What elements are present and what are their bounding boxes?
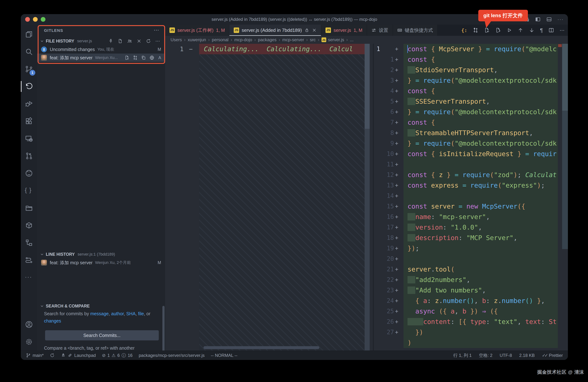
section-header-search-compare[interactable]: SEARCH & COMPARE xyxy=(37,302,165,310)
editor-tab-2[interactable]: JSserver.js (Added in 7bdd189) xyxy=(229,25,321,36)
problems-indicator[interactable]: ⊘1⚠6ⓘ16 xyxy=(102,353,132,358)
activity-account[interactable] xyxy=(21,316,37,333)
code-line[interactable]: 22+ "add2numbers", xyxy=(374,275,568,285)
activity-braces[interactable]: { } xyxy=(21,182,37,199)
code-line[interactable]: 21+server.tool( xyxy=(374,264,568,275)
play-icon[interactable] xyxy=(506,27,512,33)
activity-explorer[interactable] xyxy=(21,26,37,43)
breadcrumb-item[interactable]: personal xyxy=(212,37,229,42)
arrow-down-icon[interactable] xyxy=(529,27,535,33)
status-item-utf-8[interactable]: UTF-8 xyxy=(500,353,512,358)
code-line[interactable]: 8+ StreamableHTTPServerTransport, xyxy=(374,128,568,138)
breadcrumb-item[interactable]: ... xyxy=(350,37,354,42)
code-line[interactable]: 11+ xyxy=(374,159,568,170)
code-line[interactable]: 24+ { a: z.number(), b: z.number() }, xyxy=(374,296,568,306)
status-item-行-1-列-1[interactable]: 行 1, 列 1 xyxy=(453,353,472,358)
breadcrumb-item[interactable]: src xyxy=(310,37,316,42)
more-icon[interactable]: ··· xyxy=(557,17,563,22)
right-scrollbar[interactable] xyxy=(562,44,568,249)
code-line[interactable]: 27+ }) xyxy=(374,327,568,338)
sidebar-scrollbar[interactable] xyxy=(162,306,165,350)
code-line[interactable]: 23+ "Add two numbers", xyxy=(374,285,568,296)
activity-route[interactable] xyxy=(21,251,37,269)
activity-folder[interactable] xyxy=(21,199,37,217)
activity-search[interactable] xyxy=(21,43,37,60)
editor-tab-5[interactable]: 键盘快捷方式 xyxy=(393,25,438,36)
code-line[interactable]: 6+} = require("@modelcontextprotocol/sdk xyxy=(374,107,568,117)
code-line[interactable]: 7+const { xyxy=(374,117,568,128)
status-item--normal-[interactable]: -- NORMAL -- xyxy=(211,353,237,358)
layout-panel-icon[interactable] xyxy=(546,17,552,22)
code-line[interactable]: 14+ xyxy=(374,191,568,201)
breadcrumb-item[interactable]: mcp-dojo xyxy=(234,37,252,42)
activity-pull-requests[interactable] xyxy=(21,147,37,165)
activity-hierarchy[interactable] xyxy=(21,234,37,251)
code-line[interactable]: 10+const { isInitializeRequest } = requi… xyxy=(374,149,568,159)
people-icon[interactable] xyxy=(127,38,132,44)
arrow-up-icon[interactable] xyxy=(518,27,523,33)
code-line[interactable]: 26+ content: [{ type: "text", text: St xyxy=(374,317,568,327)
left-horizontal-scrollbar[interactable] xyxy=(204,346,319,349)
status-item-空格-2[interactable]: 空格: 2 xyxy=(479,353,492,358)
section-header-file-history[interactable]: FILE HISTORYserver.js⋯ xyxy=(37,37,165,45)
code-line-cursor[interactable]: 1+const { McpServer } = require("@modelc xyxy=(374,44,568,54)
breadcrumb[interactable]: Users›xuwenjun›personal›mcp-dojo›package… xyxy=(165,36,568,44)
search-hint-link[interactable]: author xyxy=(111,311,124,316)
status-item-launchpad[interactable]: Launchpad xyxy=(61,353,96,358)
search-hint-link[interactable]: changes xyxy=(44,318,61,324)
breadcrumb-item[interactable]: packages xyxy=(258,37,277,42)
open-file-icon[interactable] xyxy=(484,27,490,33)
editor-tab-4[interactable]: 设置 xyxy=(367,25,393,36)
code-line[interactable]: 25+ async ({ a, b }) ⇒ ({ xyxy=(374,306,568,317)
code-line[interactable]: 1+const { xyxy=(374,54,568,65)
compare-icon[interactable] xyxy=(133,55,138,60)
code-line[interactable]: 13+const express = require("express"); xyxy=(374,180,568,191)
commit-row[interactable]: feat: 添加 mcp serverWenjun Xu...A xyxy=(37,54,165,62)
editor-tab-1[interactable]: JSserver.js (工作树)1, M xyxy=(165,25,229,36)
breadcrumb-item[interactable]: JSserver.js xyxy=(321,37,344,42)
status-item-main-[interactable]: main* xyxy=(26,353,44,358)
search-hint-link[interactable]: file xyxy=(138,311,144,316)
compare-icon[interactable] xyxy=(473,27,479,33)
section-header-line-history[interactable]: LINE HISTORYserver.js:1 (7bdd189) xyxy=(37,250,165,258)
copy-icon[interactable] xyxy=(141,55,146,60)
breadcrumb-item[interactable]: mcp-server xyxy=(282,37,304,42)
activity-github[interactable] xyxy=(21,165,37,182)
pin-icon[interactable] xyxy=(108,38,113,44)
activity-settings[interactable] xyxy=(21,333,37,350)
activity-run-debug[interactable] xyxy=(21,95,37,113)
code-line[interactable]: 12+const { z } = require("zod"); Calcula… xyxy=(374,170,568,180)
search-commits-button[interactable]: Search Commits... xyxy=(45,330,159,340)
section-more-icon[interactable]: ⋯ xyxy=(155,38,160,44)
search-hint-link[interactable]: SHA xyxy=(126,311,135,316)
status-item-prettier[interactable]: ✓✓Prettier xyxy=(542,353,563,358)
activity-extensions[interactable] xyxy=(21,113,37,130)
commit-row[interactable]: ±Uncommitted changesYou, 现在M xyxy=(37,45,165,54)
open-file-icon[interactable] xyxy=(124,55,129,60)
editor-tab-3[interactable]: JSserver.js1, M xyxy=(321,25,367,36)
status-item-refresh[interactable] xyxy=(50,353,55,358)
left-scrollbar[interactable] xyxy=(365,44,370,350)
code-line[interactable]: 16+ name: "mcp-server", xyxy=(374,212,568,222)
diff-pane-original[interactable]: 1 − Calculating... Calculating... Calcul xyxy=(165,44,373,350)
code-line[interactable]: 4+const { xyxy=(374,86,568,96)
format-indicator[interactable]: {: xyxy=(461,27,467,33)
code-line[interactable]: 19+}); xyxy=(374,243,568,254)
status-item-2-18-kb[interactable]: 2.18 KB xyxy=(519,353,535,358)
globe-icon[interactable] xyxy=(149,55,154,60)
activity-package[interactable] xyxy=(21,217,37,234)
split-icon[interactable] xyxy=(548,27,554,33)
activity-source-control[interactable]: 1 xyxy=(21,60,37,78)
panel-more-icon[interactable]: ⋯ xyxy=(154,27,160,33)
activity-more[interactable]: ··· xyxy=(21,269,37,286)
code-line[interactable]: 18+ description: "MCP Server", xyxy=(374,233,568,243)
code-line[interactable]: 15+const server = new McpServer({ xyxy=(374,201,568,212)
activity-gitlens-history[interactable] xyxy=(21,78,37,95)
file-icon[interactable] xyxy=(118,38,123,44)
layout-sidebar-icon[interactable] xyxy=(535,17,541,22)
revert-icon[interactable] xyxy=(495,27,501,33)
close-tab-icon[interactable] xyxy=(312,28,317,33)
breadcrumb-item[interactable]: xuwenjun xyxy=(188,37,206,42)
activity-remote-explorer[interactable] xyxy=(21,130,37,147)
status-item-packages-mcp-server-src-server-js[interactable]: packages/mcp-server/src/server.js xyxy=(139,353,205,358)
